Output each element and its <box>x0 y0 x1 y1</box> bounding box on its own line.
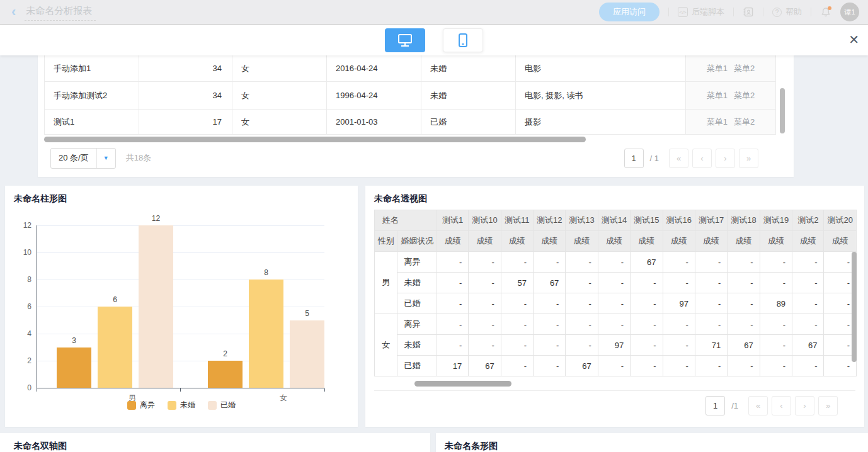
pivot-cell: - <box>792 252 824 273</box>
pivot-cell: - <box>663 356 695 376</box>
pivot-cell: 67 <box>566 356 598 376</box>
page-number-input[interactable] <box>624 149 644 168</box>
menu-link[interactable]: 菜单1 <box>707 90 728 101</box>
pivot-cell: 67 <box>469 356 501 376</box>
bar-value-label: 5 <box>305 309 309 318</box>
user-avatar[interactable]: 谭1 <box>840 3 859 21</box>
pivot-corner-header: 姓名 <box>375 210 437 231</box>
pivot-column-header: 测试14 <box>598 210 630 231</box>
pivot-column-header: 测试17 <box>695 210 727 231</box>
pivot-cell: 71 <box>695 335 727 356</box>
first-page-button[interactable]: « <box>669 149 688 168</box>
app-access-button[interactable]: 应用访问 <box>599 3 660 21</box>
pivot-panel: 未命名透视图 姓名测试1测试10测试11测试12测试13测试14测试15测试16… <box>365 186 864 427</box>
menu-link[interactable]: 菜单1 <box>707 116 728 128</box>
pivot-cell: - <box>728 314 760 335</box>
menu-link[interactable]: 菜单2 <box>734 90 755 101</box>
pivot-cell: - <box>469 293 501 314</box>
pivot-cell: - <box>566 273 598 293</box>
report-title[interactable]: 未命名分析报表 <box>25 4 96 21</box>
device-toggle <box>385 28 483 52</box>
chart-bar <box>208 361 243 388</box>
bar-value-label: 6 <box>113 295 117 304</box>
pivot-cell: - <box>760 356 792 376</box>
legend-item[interactable]: 未婚 <box>168 400 195 410</box>
backend-script-button[interactable]: </> 后端脚本 <box>678 6 724 18</box>
pivot-column-header: 测试12 <box>533 210 565 231</box>
prev-page-button[interactable]: ‹ <box>692 149 712 168</box>
horizontal-scrollbar[interactable] <box>44 137 586 142</box>
menu-link[interactable]: 菜单2 <box>734 63 755 74</box>
vertical-scrollbar[interactable] <box>780 88 785 133</box>
pivot-cell: - <box>501 356 533 376</box>
table-cell: 女 <box>232 55 327 81</box>
pivot-measure-header: 成绩 <box>598 231 630 252</box>
pivot-title: 未命名透视图 <box>374 193 427 205</box>
pivot-row-label: 离异 <box>397 314 437 335</box>
menu-link[interactable]: 菜单1 <box>707 63 728 74</box>
pivot-page-number-input[interactable] <box>705 396 725 415</box>
pivot-cell: - <box>437 273 468 293</box>
chevron-down-icon: ▼ <box>96 149 115 168</box>
pivot-cell: - <box>437 335 468 356</box>
legend-label: 已婚 <box>220 400 236 410</box>
pivot-cell: - <box>469 335 501 356</box>
pivot-vertical-scrollbar[interactable] <box>852 252 857 362</box>
pivot-measure-header: 成绩 <box>792 231 824 252</box>
legend-label: 离异 <box>140 400 155 410</box>
bar-value-label: 12 <box>152 214 160 223</box>
pivot-cell: - <box>533 335 565 356</box>
pivot-cell: - <box>792 273 824 293</box>
legend-swatch <box>168 401 176 410</box>
question-icon: ? <box>772 8 782 17</box>
contact-book-button[interactable] <box>743 6 754 18</box>
pivot-cell: - <box>598 293 630 314</box>
back-icon[interactable]: ‹ <box>11 5 16 19</box>
pivot-cell: - <box>469 252 501 273</box>
prev-page-button[interactable]: ‹ <box>772 396 791 415</box>
pivot-horizontal-scrollbar[interactable] <box>414 381 511 387</box>
table-cell: 2001-01-03 <box>327 110 421 134</box>
next-page-button[interactable]: › <box>795 396 814 415</box>
pivot-cell: - <box>695 314 727 335</box>
contact-book-icon <box>743 6 754 18</box>
pivot-measure-header: 成绩 <box>728 231 760 252</box>
y-axis-tick-label: 8 <box>9 275 31 284</box>
table-cell: 34 <box>139 55 232 81</box>
page-size-select[interactable]: 20 条/页 ▼ <box>50 148 116 169</box>
pivot-row-label: 未婚 <box>397 273 437 293</box>
last-page-button[interactable]: » <box>739 149 758 168</box>
table-cell: 未婚 <box>421 82 516 109</box>
pivot-cell: 67 <box>728 335 760 356</box>
last-page-button[interactable]: » <box>818 396 838 415</box>
mobile-view-button[interactable] <box>443 28 483 52</box>
pivot-cell: - <box>695 293 727 314</box>
pivot-cell: 97 <box>598 335 630 356</box>
x-axis-tick <box>180 388 181 392</box>
legend-item[interactable]: 离异 <box>127 400 155 410</box>
pivot-cell: - <box>501 335 533 356</box>
close-icon[interactable]: ✕ <box>848 33 859 46</box>
table-actions-cell: 菜单1菜单2 <box>686 110 775 134</box>
notification-bell-button[interactable] <box>820 6 831 18</box>
chart-bar <box>57 347 91 388</box>
legend-swatch <box>208 401 217 410</box>
mobile-icon <box>457 32 469 48</box>
data-table-rows: 手动添加134女2016-04-24未婚电影菜单1菜单2手动添加测试234女19… <box>44 55 776 135</box>
desktop-view-button[interactable] <box>385 28 425 52</box>
pivot-marital-header: 婚姻状况 <box>397 231 437 252</box>
pivot-column-header: 测试16 <box>663 210 695 231</box>
pivot-cell: - <box>760 314 792 335</box>
first-page-button[interactable]: « <box>748 396 768 415</box>
divider <box>763 8 763 16</box>
preview-toolbar: ✕ <box>0 25 868 55</box>
pivot-cell: - <box>566 314 598 335</box>
divider <box>668 8 669 16</box>
pivot-gender-header: 性别 <box>375 231 397 252</box>
y-axis-tick-label: 4 <box>9 329 31 338</box>
pivot-column-header: 测试13 <box>566 210 598 231</box>
legend-item[interactable]: 已婚 <box>208 400 236 410</box>
menu-link[interactable]: 菜单2 <box>734 116 755 128</box>
next-page-button[interactable]: › <box>716 149 735 168</box>
help-button[interactable]: ? 帮助 <box>772 6 802 18</box>
